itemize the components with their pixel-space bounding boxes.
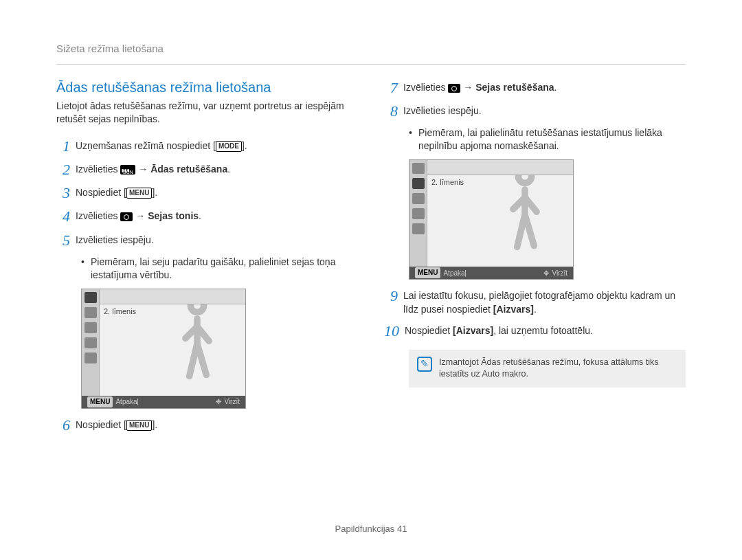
footer-move: Virzīt bbox=[552, 269, 567, 277]
level-label: 2. līmenis bbox=[104, 307, 136, 315]
step-number: 8 bbox=[384, 103, 403, 120]
step-5: Izvēlieties iespēju. bbox=[76, 232, 358, 247]
sidebar-icon bbox=[412, 163, 425, 174]
camera-icon bbox=[448, 84, 460, 93]
step-2: Izvēlieties SCN → Ādas retušēšana. bbox=[76, 161, 358, 177]
menu-icon: MENU bbox=[87, 396, 113, 407]
step-3: Nospiediet [MENU]. bbox=[76, 185, 358, 200]
sidebar-icon bbox=[85, 352, 97, 363]
note-text: Izmantojot Ādas retušēšanas režīmu, foku… bbox=[439, 357, 677, 381]
camera-ui-screenshot: 2. līmenis MENUAtpakaļ ✥Virzīt bbox=[81, 289, 246, 409]
step-6: Nospiediet [MENU]. bbox=[76, 417, 358, 432]
screenshot-toolbar bbox=[427, 160, 573, 175]
sidebar-icon bbox=[412, 223, 425, 234]
right-column: 7 Izvēlieties → Sejas retušēšana. 8 Izvē… bbox=[384, 80, 686, 440]
person-silhouette bbox=[484, 175, 566, 267]
step-number: 4 bbox=[56, 208, 76, 225]
step-number: 7 bbox=[384, 80, 403, 96]
mode-icon: MODE bbox=[216, 141, 242, 152]
sidebar-icon bbox=[412, 208, 425, 219]
sidebar-icon bbox=[85, 337, 97, 348]
sidebar-icon bbox=[85, 307, 97, 318]
left-column: Ādas retušēšanas režīma lietošana Lietoj… bbox=[56, 80, 358, 440]
step-8-sub: Piemēram, lai palielinātu retušēšanas ie… bbox=[384, 126, 686, 153]
footer-move: Virzīt bbox=[224, 398, 240, 405]
menu-icon: MENU bbox=[126, 420, 152, 431]
step-number: 6 bbox=[56, 417, 76, 434]
header-title: Sižeta režīma lietošana bbox=[56, 43, 686, 54]
menu-icon: MENU bbox=[126, 188, 152, 199]
step-4: Izvēlieties → Sejas tonis. bbox=[76, 208, 358, 223]
sidebar-icon bbox=[412, 193, 425, 204]
step-8: Izvēlieties iespēju. bbox=[403, 103, 686, 118]
screenshot-toolbar bbox=[100, 289, 245, 304]
page-footer: Papildfunkcijas 41 bbox=[0, 524, 742, 534]
section-intro: Lietojot ādas retušēšanas režīmu, var uz… bbox=[56, 100, 358, 126]
step-number: 3 bbox=[56, 185, 76, 201]
nav-icon: ✥ bbox=[216, 398, 221, 405]
level-label: 2. līmenis bbox=[431, 178, 464, 186]
person-silhouette bbox=[156, 304, 238, 396]
note-box: ✎ Izmantojot Ādas retušēšanas režīmu, fo… bbox=[409, 350, 686, 388]
menu-icon: MENU bbox=[415, 267, 440, 278]
step-1: Uzņemšanas režīmā nospiediet [MODE]. bbox=[76, 138, 358, 153]
step-7: Izvēlieties → Sejas retušēšana. bbox=[403, 80, 686, 95]
footer-back: Atpakaļ bbox=[115, 398, 138, 405]
section-title: Ādas retušēšanas režīma lietošana bbox=[56, 80, 358, 96]
step-5-sub: Piemēram, lai seju padarītu gaišāku, pal… bbox=[56, 256, 358, 282]
step-9: Lai iestatītu fokusu, pielāgojiet fotogr… bbox=[403, 288, 686, 316]
sidebar-icon bbox=[85, 292, 97, 303]
camera-ui-screenshot: 2. līmenis MENUAtpakaļ ✥Virzīt bbox=[409, 159, 574, 280]
step-number: 5 bbox=[56, 232, 76, 249]
footer-back: Atpakaļ bbox=[443, 269, 466, 277]
scn-icon: SCN bbox=[120, 165, 135, 175]
step-number: 10 bbox=[384, 323, 405, 339]
step-number: 2 bbox=[56, 161, 76, 178]
note-icon: ✎ bbox=[417, 357, 432, 372]
step-number: 1 bbox=[56, 138, 76, 155]
step-10: Nospiediet [Aizvars], lai uzņemtu fotoat… bbox=[405, 323, 686, 338]
nav-icon: ✥ bbox=[543, 269, 549, 277]
sidebar-icon bbox=[412, 178, 425, 189]
sidebar-icon bbox=[85, 322, 97, 333]
camera-icon bbox=[120, 212, 133, 221]
step-number: 9 bbox=[384, 288, 403, 304]
